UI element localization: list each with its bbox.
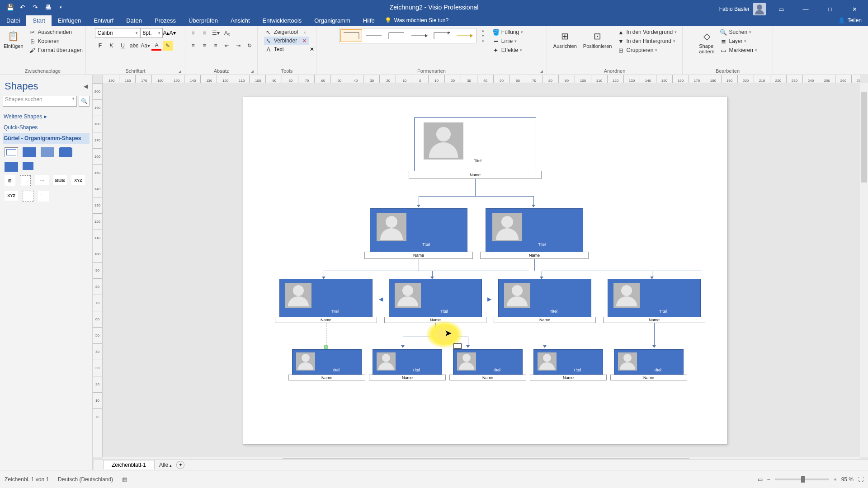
zoom-slider[interactable] bbox=[775, 479, 829, 480]
org-member-2[interactable]: Titel bbox=[373, 349, 442, 375]
layer-button[interactable]: ≣Layer▾ bbox=[719, 37, 758, 45]
org-lead-3-name[interactable]: Name bbox=[494, 317, 596, 323]
maximize-icon[interactable]: □ bbox=[821, 5, 839, 14]
zoom-in-icon[interactable]: + bbox=[834, 476, 837, 483]
org-manager-1[interactable]: Titel bbox=[370, 208, 467, 253]
share-button[interactable]: 👤 Teilen bbox=[838, 17, 862, 23]
clear-format-icon[interactable]: Aᵪ bbox=[222, 28, 232, 38]
dialog-launcher-icon[interactable]: ◢ bbox=[540, 69, 543, 74]
align-right-icon[interactable]: ≡ bbox=[211, 41, 221, 51]
org-manager-2-name[interactable]: Name bbox=[480, 252, 589, 259]
bold-button[interactable]: F bbox=[95, 41, 105, 51]
org-member-5-name[interactable]: Name bbox=[610, 375, 687, 380]
sheet-tab-1[interactable]: Zeichenblatt-1 bbox=[103, 460, 155, 469]
font-name-combo[interactable]: Calibri▾ bbox=[95, 28, 140, 38]
font-size-combo[interactable]: 8pt.▾ bbox=[140, 28, 163, 38]
org-lead-1[interactable]: Titel bbox=[279, 279, 373, 318]
zoom-out-icon[interactable]: − bbox=[767, 476, 770, 483]
slider-thumb[interactable] bbox=[801, 476, 805, 483]
stencil-shape-1[interactable] bbox=[5, 147, 18, 157]
org-manager-2[interactable]: Titel bbox=[486, 208, 583, 253]
paste-button[interactable]: 📋 Einfügen bbox=[2, 28, 25, 51]
tab-einfuegen[interactable]: Einfügen bbox=[52, 15, 87, 26]
dialog-launcher-icon[interactable]: ◢ bbox=[178, 69, 181, 74]
highlight-button[interactable]: ✎ bbox=[163, 41, 173, 51]
align-top-icon[interactable]: ≡ bbox=[188, 28, 198, 38]
org-lead-2[interactable]: Titel bbox=[389, 279, 482, 318]
cut-button[interactable]: ✂Ausschneiden bbox=[28, 28, 84, 36]
text-tool-button[interactable]: AText bbox=[264, 45, 285, 53]
collapse-pane-icon[interactable]: ◀ bbox=[84, 83, 88, 89]
underline-button[interactable]: U bbox=[118, 41, 127, 51]
bring-front-button[interactable]: ▲In den Vordergrund▾ bbox=[616, 28, 678, 36]
stencil-shape-3[interactable] bbox=[41, 147, 54, 157]
gallery-more-icon[interactable]: ▾ bbox=[482, 39, 484, 43]
org-member-3-name[interactable]: Name bbox=[449, 375, 526, 380]
guertel-stencil-link[interactable]: Gürtel - Organigramm-Shapes bbox=[3, 133, 90, 144]
stencil-shape-11[interactable]: XYZ bbox=[71, 175, 85, 185]
decrease-font-icon[interactable]: A▾ bbox=[170, 30, 176, 36]
stencil-shape-9[interactable]: ◦◦◦ bbox=[35, 175, 49, 185]
more-shapes-link[interactable]: Weitere Shapes▶ bbox=[3, 111, 90, 122]
user-account[interactable]: Fabio Basler bbox=[719, 3, 766, 15]
org-member-1-name[interactable]: Name bbox=[288, 375, 365, 380]
save-icon[interactable]: 💾 bbox=[6, 4, 14, 11]
stencil-shape-4[interactable] bbox=[59, 147, 72, 157]
undo-icon[interactable]: ↶ bbox=[19, 4, 26, 11]
rotate-text-icon[interactable]: ↻ bbox=[245, 41, 255, 51]
connector-style-5[interactable] bbox=[431, 29, 453, 42]
add-sheet-icon[interactable]: + bbox=[176, 461, 184, 469]
org-member-4[interactable]: Titel bbox=[533, 349, 603, 375]
increase-font-icon[interactable]: A▴ bbox=[163, 30, 169, 36]
increase-indent-icon[interactable]: ⇥ bbox=[233, 41, 243, 51]
quick-shapes-link[interactable]: Quick-Shapes bbox=[3, 122, 90, 133]
org-manager-1-name[interactable]: Name bbox=[364, 252, 473, 259]
org-lead-1-name[interactable]: Name bbox=[275, 317, 377, 323]
scrollbar-thumb[interactable] bbox=[861, 92, 867, 183]
fit-page-icon[interactable]: ⛶ bbox=[858, 476, 863, 483]
font-color-button[interactable]: A bbox=[151, 41, 161, 51]
search-go-icon[interactable]: 🔍 bbox=[79, 96, 90, 107]
effects-button[interactable]: ✦Effekte▾ bbox=[491, 46, 524, 54]
stencil-shape-14[interactable]: └ bbox=[38, 191, 49, 202]
tab-entwicklertools[interactable]: Entwicklertools bbox=[256, 15, 308, 26]
stencil-shape-13[interactable] bbox=[23, 191, 33, 202]
tab-hilfe[interactable]: Hilfe bbox=[357, 15, 381, 26]
align-button[interactable]: ⊞Ausrichten bbox=[552, 28, 579, 51]
stencil-shape-5[interactable] bbox=[5, 162, 18, 172]
close-small-icon[interactable]: ✕ bbox=[301, 37, 308, 44]
connector-style-3[interactable] bbox=[386, 29, 407, 42]
format-painter-button[interactable]: 🖌Format übertragen bbox=[28, 46, 84, 54]
tab-datei[interactable]: Datei bbox=[0, 15, 26, 26]
print-icon[interactable]: 🖶 bbox=[44, 4, 52, 11]
org-member-1[interactable]: Titel bbox=[292, 349, 362, 375]
drawing-canvas[interactable]: Titel Name Titel Name Titel bbox=[103, 83, 860, 457]
decrease-indent-icon[interactable]: ⇤ bbox=[222, 41, 232, 51]
macro-icon[interactable]: ▦ bbox=[122, 476, 127, 483]
copy-button[interactable]: ⎘Kopieren bbox=[28, 37, 84, 45]
tab-ansicht[interactable]: Ansicht bbox=[224, 15, 256, 26]
zoom-value-label[interactable]: 95 % bbox=[841, 476, 854, 483]
stencil-shape-10[interactable]: ⊡⊡⊡ bbox=[53, 175, 67, 185]
ribbon-display-icon[interactable]: ▭ bbox=[772, 5, 790, 14]
autoconnect-left-icon[interactable]: ◀ bbox=[379, 296, 383, 302]
bullets-icon[interactable]: ☰▾ bbox=[211, 28, 221, 38]
change-case-button[interactable]: Aa▾ bbox=[140, 41, 150, 51]
dialog-launcher-icon[interactable]: ◢ bbox=[250, 69, 254, 74]
drawing-page[interactable]: Titel Name Titel Name Titel bbox=[243, 97, 727, 445]
presentation-mode-icon[interactable]: ▭ bbox=[758, 476, 763, 483]
tab-daten[interactable]: Daten bbox=[120, 15, 148, 26]
org-member-3[interactable]: Titel bbox=[453, 349, 523, 375]
language-label[interactable]: Deutsch (Deutschland) bbox=[58, 476, 113, 483]
group-button[interactable]: ⊞Gruppieren▾ bbox=[616, 46, 678, 54]
connection-point-icon[interactable] bbox=[324, 345, 328, 349]
vertical-scrollbar[interactable] bbox=[860, 83, 868, 457]
position-button[interactable]: ⊡Positionieren bbox=[581, 28, 614, 51]
pointer-tool-button[interactable]: ↖Zeigertool▫ bbox=[264, 28, 310, 36]
tab-organigramm[interactable]: Organigramm bbox=[308, 15, 356, 26]
align-center-icon[interactable]: ≡ bbox=[199, 41, 209, 51]
connector-style-1[interactable] bbox=[340, 29, 362, 42]
connector-style-6[interactable] bbox=[453, 29, 475, 42]
org-member-5[interactable]: Titel bbox=[614, 349, 684, 375]
org-lead-3[interactable]: Titel bbox=[498, 279, 591, 318]
